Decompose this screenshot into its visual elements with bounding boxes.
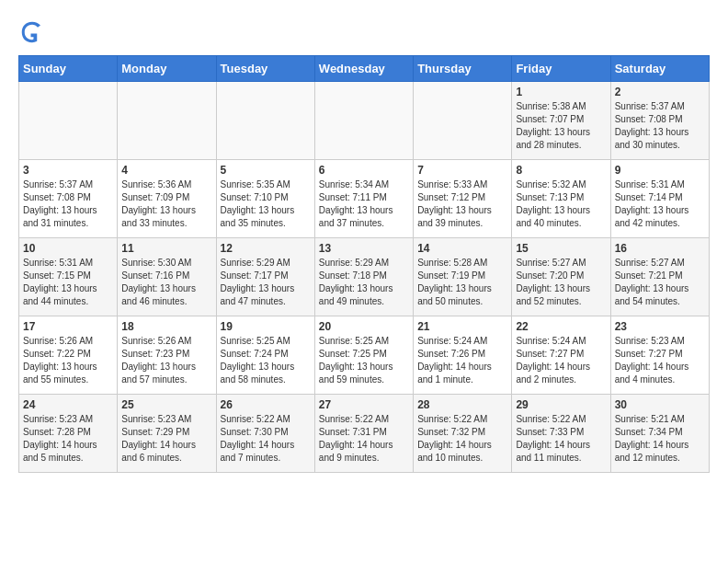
day-info: Sunrise: 5:27 AM Sunset: 7:20 PM Dayligh… bbox=[516, 257, 606, 308]
calendar-cell bbox=[19, 82, 118, 160]
calendar-cell: 28Sunrise: 5:22 AM Sunset: 7:32 PM Dayli… bbox=[414, 395, 512, 473]
day-number: 23 bbox=[615, 320, 705, 333]
calendar-cell: 22Sunrise: 5:24 AM Sunset: 7:27 PM Dayli… bbox=[512, 316, 610, 395]
weekday-header: Sunday bbox=[19, 56, 118, 82]
calendar-cell: 7Sunrise: 5:33 AM Sunset: 7:12 PM Daylig… bbox=[414, 160, 512, 238]
day-number: 30 bbox=[615, 398, 705, 411]
day-info: Sunrise: 5:24 AM Sunset: 7:27 PM Dayligh… bbox=[516, 335, 606, 386]
calendar-cell: 20Sunrise: 5:25 AM Sunset: 7:25 PM Dayli… bbox=[314, 316, 413, 395]
day-number: 4 bbox=[121, 164, 211, 177]
calendar-cell: 4Sunrise: 5:36 AM Sunset: 7:09 PM Daylig… bbox=[118, 160, 216, 238]
calendar-cell: 9Sunrise: 5:31 AM Sunset: 7:14 PM Daylig… bbox=[610, 160, 709, 238]
day-info: Sunrise: 5:38 AM Sunset: 7:07 PM Dayligh… bbox=[516, 100, 606, 152]
weekday-header: Wednesday bbox=[314, 56, 413, 82]
day-number: 29 bbox=[516, 398, 606, 411]
calendar-week-row: 17Sunrise: 5:26 AM Sunset: 7:22 PM Dayli… bbox=[19, 316, 710, 395]
day-info: Sunrise: 5:37 AM Sunset: 7:08 PM Dayligh… bbox=[23, 178, 113, 230]
day-info: Sunrise: 5:35 AM Sunset: 7:10 PM Dayligh… bbox=[221, 178, 311, 230]
calendar-cell: 6Sunrise: 5:34 AM Sunset: 7:11 PM Daylig… bbox=[314, 160, 413, 238]
weekday-header: Saturday bbox=[610, 56, 709, 82]
calendar-cell: 29Sunrise: 5:22 AM Sunset: 7:33 PM Dayli… bbox=[512, 395, 610, 473]
calendar-cell: 25Sunrise: 5:23 AM Sunset: 7:29 PM Dayli… bbox=[118, 395, 216, 473]
calendar-cell: 15Sunrise: 5:27 AM Sunset: 7:20 PM Dayli… bbox=[512, 238, 610, 316]
day-number: 2 bbox=[615, 86, 705, 98]
calendar-cell: 27Sunrise: 5:22 AM Sunset: 7:31 PM Dayli… bbox=[314, 395, 413, 473]
weekday-header: Monday bbox=[118, 56, 216, 82]
calendar-cell bbox=[216, 82, 314, 160]
calendar-cell: 8Sunrise: 5:32 AM Sunset: 7:13 PM Daylig… bbox=[512, 160, 610, 238]
calendar-cell: 11Sunrise: 5:30 AM Sunset: 7:16 PM Dayli… bbox=[118, 238, 216, 316]
day-number: 21 bbox=[417, 320, 507, 333]
day-info: Sunrise: 5:22 AM Sunset: 7:31 PM Dayligh… bbox=[319, 413, 409, 465]
day-number: 11 bbox=[121, 242, 211, 255]
day-info: Sunrise: 5:31 AM Sunset: 7:15 PM Dayligh… bbox=[23, 257, 113, 308]
day-info: Sunrise: 5:23 AM Sunset: 7:28 PM Dayligh… bbox=[23, 413, 113, 465]
calendar-week-row: 3Sunrise: 5:37 AM Sunset: 7:08 PM Daylig… bbox=[19, 160, 710, 238]
day-number: 1 bbox=[516, 86, 606, 98]
calendar-cell: 13Sunrise: 5:29 AM Sunset: 7:18 PM Dayli… bbox=[314, 238, 413, 316]
day-info: Sunrise: 5:22 AM Sunset: 7:33 PM Dayligh… bbox=[516, 413, 606, 465]
calendar-cell: 3Sunrise: 5:37 AM Sunset: 7:08 PM Daylig… bbox=[19, 160, 118, 238]
day-info: Sunrise: 5:34 AM Sunset: 7:11 PM Dayligh… bbox=[319, 178, 409, 230]
day-number: 7 bbox=[417, 164, 507, 177]
weekday-header: Thursday bbox=[414, 56, 512, 82]
day-number: 28 bbox=[417, 398, 507, 411]
logo bbox=[18, 18, 50, 46]
day-info: Sunrise: 5:37 AM Sunset: 7:08 PM Dayligh… bbox=[615, 100, 705, 152]
page-header bbox=[18, 18, 710, 46]
calendar-cell: 10Sunrise: 5:31 AM Sunset: 7:15 PM Dayli… bbox=[19, 238, 118, 316]
day-info: Sunrise: 5:29 AM Sunset: 7:18 PM Dayligh… bbox=[319, 257, 409, 308]
weekday-header: Tuesday bbox=[216, 56, 314, 82]
day-info: Sunrise: 5:23 AM Sunset: 7:29 PM Dayligh… bbox=[121, 413, 211, 465]
day-number: 13 bbox=[319, 242, 409, 255]
day-info: Sunrise: 5:36 AM Sunset: 7:09 PM Dayligh… bbox=[121, 178, 211, 230]
calendar-cell: 26Sunrise: 5:22 AM Sunset: 7:30 PM Dayli… bbox=[216, 395, 314, 473]
day-info: Sunrise: 5:23 AM Sunset: 7:27 PM Dayligh… bbox=[615, 335, 705, 386]
day-info: Sunrise: 5:22 AM Sunset: 7:30 PM Dayligh… bbox=[221, 413, 311, 465]
day-number: 8 bbox=[516, 164, 606, 177]
day-info: Sunrise: 5:26 AM Sunset: 7:23 PM Dayligh… bbox=[121, 335, 211, 386]
day-number: 6 bbox=[319, 164, 409, 177]
day-number: 24 bbox=[23, 398, 113, 411]
day-info: Sunrise: 5:25 AM Sunset: 7:25 PM Dayligh… bbox=[319, 335, 409, 386]
calendar-table: SundayMondayTuesdayWednesdayThursdayFrid… bbox=[18, 55, 710, 473]
calendar-cell: 24Sunrise: 5:23 AM Sunset: 7:28 PM Dayli… bbox=[19, 395, 118, 473]
weekday-header: Friday bbox=[512, 56, 610, 82]
calendar-cell: 17Sunrise: 5:26 AM Sunset: 7:22 PM Dayli… bbox=[19, 316, 118, 395]
day-number: 20 bbox=[319, 320, 409, 333]
calendar-cell: 21Sunrise: 5:24 AM Sunset: 7:26 PM Dayli… bbox=[414, 316, 512, 395]
calendar-cell: 2Sunrise: 5:37 AM Sunset: 7:08 PM Daylig… bbox=[610, 82, 709, 160]
day-info: Sunrise: 5:22 AM Sunset: 7:32 PM Dayligh… bbox=[417, 413, 507, 465]
day-info: Sunrise: 5:24 AM Sunset: 7:26 PM Dayligh… bbox=[417, 335, 507, 386]
day-info: Sunrise: 5:27 AM Sunset: 7:21 PM Dayligh… bbox=[615, 257, 705, 308]
day-number: 15 bbox=[516, 242, 606, 255]
calendar-cell: 30Sunrise: 5:21 AM Sunset: 7:34 PM Dayli… bbox=[610, 395, 709, 473]
day-info: Sunrise: 5:21 AM Sunset: 7:34 PM Dayligh… bbox=[615, 413, 705, 465]
calendar-cell bbox=[314, 82, 413, 160]
calendar-week-row: 1Sunrise: 5:38 AM Sunset: 7:07 PM Daylig… bbox=[19, 82, 710, 160]
day-number: 5 bbox=[221, 164, 311, 177]
weekday-header-row: SundayMondayTuesdayWednesdayThursdayFrid… bbox=[19, 56, 710, 82]
day-number: 18 bbox=[121, 320, 211, 333]
day-info: Sunrise: 5:25 AM Sunset: 7:24 PM Dayligh… bbox=[221, 335, 311, 386]
day-number: 26 bbox=[221, 398, 311, 411]
calendar-week-row: 24Sunrise: 5:23 AM Sunset: 7:28 PM Dayli… bbox=[19, 395, 710, 473]
day-number: 22 bbox=[516, 320, 606, 333]
calendar-cell: 23Sunrise: 5:23 AM Sunset: 7:27 PM Dayli… bbox=[610, 316, 709, 395]
day-number: 14 bbox=[417, 242, 507, 255]
day-info: Sunrise: 5:32 AM Sunset: 7:13 PM Dayligh… bbox=[516, 178, 606, 230]
day-number: 17 bbox=[23, 320, 113, 333]
day-info: Sunrise: 5:30 AM Sunset: 7:16 PM Dayligh… bbox=[121, 257, 211, 308]
calendar-cell bbox=[118, 82, 216, 160]
day-number: 27 bbox=[319, 398, 409, 411]
calendar-cell: 1Sunrise: 5:38 AM Sunset: 7:07 PM Daylig… bbox=[512, 82, 610, 160]
calendar-cell: 14Sunrise: 5:28 AM Sunset: 7:19 PM Dayli… bbox=[414, 238, 512, 316]
logo-icon bbox=[18, 18, 46, 46]
day-number: 10 bbox=[23, 242, 113, 255]
calendar-cell bbox=[414, 82, 512, 160]
day-info: Sunrise: 5:31 AM Sunset: 7:14 PM Dayligh… bbox=[615, 178, 705, 230]
calendar-cell: 5Sunrise: 5:35 AM Sunset: 7:10 PM Daylig… bbox=[216, 160, 314, 238]
calendar-cell: 19Sunrise: 5:25 AM Sunset: 7:24 PM Dayli… bbox=[216, 316, 314, 395]
day-number: 25 bbox=[121, 398, 211, 411]
day-number: 16 bbox=[615, 242, 705, 255]
